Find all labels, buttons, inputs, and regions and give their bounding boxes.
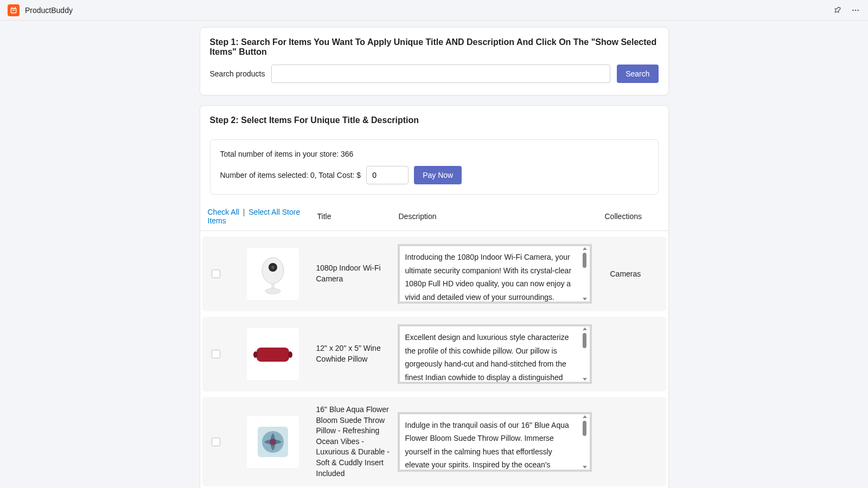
product-thumb [247, 416, 299, 468]
step2-title: Step 2: Select Items For Unique Title & … [210, 115, 659, 125]
search-input[interactable] [271, 65, 610, 83]
cost-input[interactable] [366, 166, 409, 184]
col-title: Title [314, 207, 395, 226]
pay-button[interactable]: Pay Now [414, 166, 462, 184]
table-row: 1080p Indoor Wi-Fi Camera Introducing th… [202, 236, 666, 311]
selected-items-line: Number of items selected: 0, Total Cost:… [220, 171, 361, 179]
more-icon[interactable] [851, 6, 860, 15]
product-thumb [247, 248, 299, 300]
table-row: 16" Blue Aqua Flower Bloom Suede Throw P… [202, 397, 666, 486]
scroll-up-icon[interactable] [583, 328, 587, 330]
table-header: Check All | Select All Store Items Title… [200, 202, 668, 231]
product-title: 12" x 20" x 5" Wine Cowhide Pillow [316, 343, 398, 364]
description-box[interactable]: Introducing the 1080p Indoor Wi-Fi Camer… [398, 244, 592, 304]
svg-point-6 [271, 266, 275, 269]
scroll-down-icon[interactable] [583, 378, 587, 381]
scroll-thumb[interactable] [583, 421, 586, 436]
product-thumb [247, 328, 299, 380]
col-description: Description [395, 207, 602, 226]
scrollbar[interactable] [581, 247, 589, 300]
scrollbar[interactable] [581, 328, 589, 381]
svg-point-1 [852, 9, 854, 11]
description-box[interactable]: Excellent design and luxurious style cha… [398, 324, 592, 384]
app-name: ProductBuddy [25, 6, 73, 15]
check-all-link[interactable]: Check All [208, 208, 239, 216]
app-icon [8, 4, 20, 16]
col-collections: Collections [602, 207, 668, 226]
product-title: 16" Blue Aqua Flower Bloom Suede Throw P… [316, 404, 398, 479]
step1-card: Step 1: Search For Items You Want To App… [200, 27, 669, 95]
svg-point-3 [857, 9, 859, 11]
step1-title: Step 1: Search For Items You Want To App… [210, 37, 659, 57]
scrollbar[interactable] [581, 415, 589, 468]
scroll-thumb[interactable] [583, 253, 586, 268]
svg-point-15 [270, 439, 276, 445]
search-button[interactable]: Search [617, 65, 658, 83]
search-label: Search products [210, 69, 265, 78]
svg-point-2 [855, 9, 857, 11]
topbar: ProductBuddy [0, 0, 868, 21]
scroll-up-icon[interactable] [583, 415, 587, 418]
scroll-up-icon[interactable] [583, 247, 587, 250]
scroll-down-icon[interactable] [583, 298, 587, 300]
summary-box: Total number of items in your store: 366… [210, 139, 659, 195]
row-checkbox[interactable] [212, 438, 220, 446]
step2-card: Step 2: Select Items For Unique Title & … [200, 105, 669, 488]
svg-point-12 [288, 351, 292, 358]
description-box[interactable]: Indulge in the tranquil oasis of our 16"… [398, 412, 592, 472]
svg-rect-9 [257, 348, 289, 362]
scroll-thumb[interactable] [583, 333, 586, 348]
row-checkbox[interactable] [212, 350, 220, 358]
row-checkbox[interactable] [212, 269, 220, 278]
table-row: 12" x 20" x 5" Wine Cowhide Pillow Excel… [202, 317, 666, 391]
pin-icon[interactable] [833, 6, 842, 15]
product-title: 1080p Indoor Wi-Fi Camera [316, 263, 398, 284]
total-items-line: Total number of items in your store: 366 [220, 150, 648, 158]
scroll-down-icon[interactable] [583, 466, 587, 468]
svg-point-8 [265, 288, 280, 294]
svg-point-11 [253, 351, 258, 358]
product-collection: Cameras [604, 269, 666, 278]
